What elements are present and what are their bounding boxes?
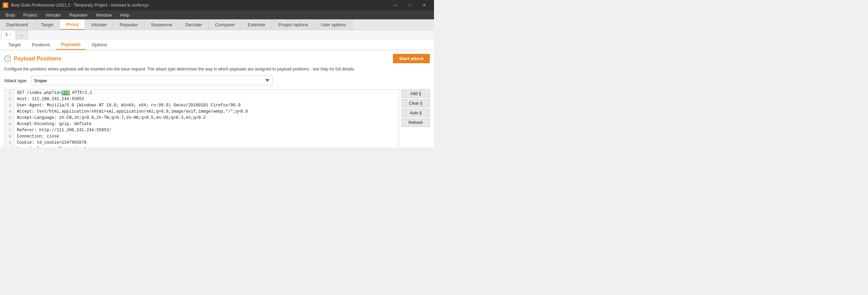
window-title: Burp Suite Professional v2021.2 - Tempor… xyxy=(11,3,388,8)
auto-section-button[interactable]: Auto § xyxy=(402,109,430,117)
code-editor[interactable]: 1 GET /index.php?id=$1$ HTTP/1.1 2 Host:… xyxy=(4,89,399,148)
menu-burp[interactable]: Burp xyxy=(1,10,19,19)
start-attack-button[interactable]: Start attack xyxy=(393,54,430,63)
inner-tab-target[interactable]: Target xyxy=(3,39,26,50)
help-icon[interactable]: ? xyxy=(4,55,11,62)
code-line-3: 3 User-Agent: Mozilla/5.0 (Windows NT 10… xyxy=(4,102,398,108)
line-content-10: Upgrade-Insecure-Requests: 1 xyxy=(14,146,87,148)
menu-intruder[interactable]: Intruder xyxy=(41,10,65,19)
line-num-7: 7 xyxy=(4,127,14,133)
line-content-3: User-Agent: Mozilla/5.0 (Windows NT 10.0… xyxy=(14,102,240,108)
line-content-6: Accept-Encoding: gzip, deflate xyxy=(14,121,91,127)
line-num-1: 1 xyxy=(4,90,14,96)
content-area: ? Payload Positions Start attack Configu… xyxy=(0,50,434,148)
sidebar-buttons: Add § Clear § Auto § Refresh xyxy=(399,89,430,148)
line-content-2: Host: 111.200.241.244:55953 xyxy=(14,96,84,102)
code-line-6: 6 Accept-Encoding: gzip, deflate xyxy=(4,121,398,127)
line-content-4: Accept: text/html,application/xhtml+xml,… xyxy=(14,108,248,115)
payload-positions-title: Payload Positions xyxy=(14,56,61,62)
sub-tab-3[interactable]: 3 × xyxy=(1,30,16,39)
app-icon: B xyxy=(3,2,8,8)
attack-type-select[interactable]: Sniper Battering ram Pitchfork Cluster b… xyxy=(31,76,273,85)
clear-section-button[interactable]: Clear § xyxy=(402,99,430,107)
body-layout: 1 GET /index.php?id=$1$ HTTP/1.1 2 Host:… xyxy=(4,89,430,148)
close-tab-3-icon[interactable]: × xyxy=(10,33,12,37)
line-num-4: 4 xyxy=(4,108,14,115)
tab-dashboard[interactable]: Dashboard xyxy=(0,19,35,30)
code-line-9: 9 Cookie: td_cookie=1347963870 xyxy=(4,140,398,146)
line-content-8: Connection: close xyxy=(14,133,59,140)
line-num-2: 2 xyxy=(4,96,14,102)
title-bar: B Burp Suite Professional v2021.2 - Temp… xyxy=(0,0,434,10)
tab-project-options[interactable]: Project options xyxy=(272,19,315,30)
menu-bar: Burp Project Intruder Repeater Window He… xyxy=(0,10,434,19)
line-content-5: Accept-Language: zh-CN,zh;q=0.8,zh-TW;q=… xyxy=(14,115,206,121)
inner-tab-options[interactable]: Options xyxy=(86,39,113,50)
payload-marker-1: $1$ xyxy=(62,91,70,95)
tab-repeater[interactable]: Repeater xyxy=(114,19,145,30)
code-line-2: 2 Host: 111.200.241.244:55953 xyxy=(4,96,398,102)
payload-positions-header: ? Payload Positions Start attack xyxy=(4,54,430,63)
attack-type-row: Attack type: Sniper Battering ram Pitchf… xyxy=(4,76,430,85)
code-line-7: 7 Referer: http://111.200.241.244:55953/ xyxy=(4,127,398,133)
line-content-9: Cookie: td_cookie=1347963870 xyxy=(14,140,87,146)
main-tab-bar: Dashboard Target Proxy Intruder Repeater… xyxy=(0,19,434,30)
line-num-10: 10 xyxy=(4,146,14,148)
minimize-button[interactable]: — xyxy=(388,0,402,10)
sub-tab-more[interactable]: … xyxy=(16,30,28,39)
line-content-1: GET /index.php?id=$1$ HTTP/1.1 xyxy=(14,90,92,96)
line-num-6: 6 xyxy=(4,121,14,127)
add-section-button[interactable]: Add § xyxy=(402,89,430,98)
inner-tab-bar: Target Positions Payloads Options xyxy=(0,39,434,50)
code-line-4: 4 Accept: text/html,application/xhtml+xm… xyxy=(4,108,398,115)
menu-repeater[interactable]: Repeater xyxy=(65,10,92,19)
line-content-7: Referer: http://111.200.241.244:55953/ xyxy=(14,127,111,133)
menu-help[interactable]: Help xyxy=(116,10,134,19)
close-button[interactable]: ✕ xyxy=(417,0,431,10)
code-line-8: 8 Connection: close xyxy=(4,133,398,140)
menu-project[interactable]: Project xyxy=(19,10,41,19)
sub-tab-strip: 3 × … xyxy=(0,30,434,39)
tab-target[interactable]: Target xyxy=(35,19,60,30)
tab-intruder[interactable]: Intruder xyxy=(85,19,114,30)
line-num-9: 9 xyxy=(4,140,14,146)
tab-comparer[interactable]: Comparer xyxy=(209,19,241,30)
payload-description: Configure the positions where payloads w… xyxy=(4,66,430,72)
inner-tab-payloads[interactable]: Payloads xyxy=(56,39,86,50)
code-line-1: 1 GET /index.php?id=$1$ HTTP/1.1 xyxy=(4,90,398,96)
tab-extender[interactable]: Extender xyxy=(241,19,272,30)
tab-decoder[interactable]: Decoder xyxy=(179,19,209,30)
maximize-button[interactable]: □ xyxy=(403,0,417,10)
line-num-3: 3 xyxy=(4,102,14,108)
code-line-5: 5 Accept-Language: zh-CN,zh;q=0.8,zh-TW;… xyxy=(4,115,398,121)
menu-window[interactable]: Window xyxy=(92,10,116,19)
tab-user-options[interactable]: User options xyxy=(315,19,353,30)
tab-proxy[interactable]: Proxy xyxy=(60,19,85,30)
refresh-button[interactable]: Refresh xyxy=(402,118,430,127)
window-controls: — □ ✕ xyxy=(388,0,431,10)
line-num-5: 5 xyxy=(4,115,14,121)
attack-type-label: Attack type: xyxy=(4,78,28,83)
line-num-8: 8 xyxy=(4,133,14,140)
code-line-10: 10 Upgrade-Insecure-Requests: 1 xyxy=(4,146,398,148)
tab-sequencer[interactable]: Sequencer xyxy=(145,19,179,30)
inner-tab-positions[interactable]: Positions xyxy=(26,39,56,50)
